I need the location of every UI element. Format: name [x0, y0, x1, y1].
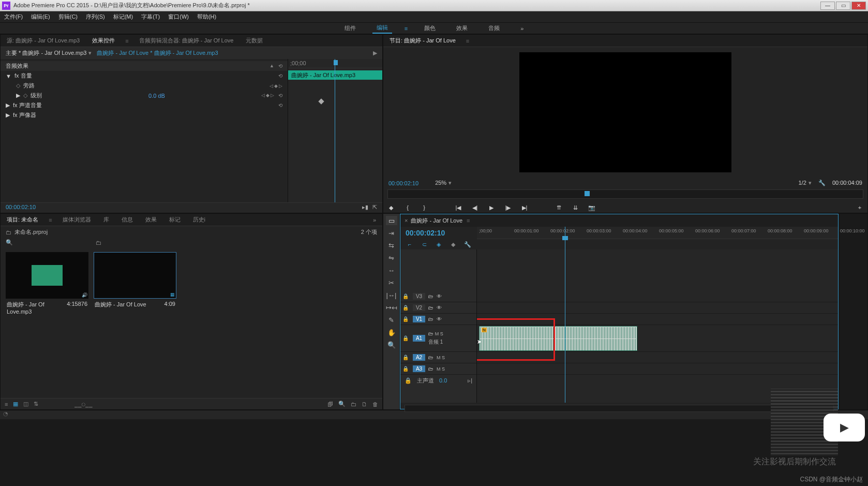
marker-icon[interactable]: ◈: [435, 240, 443, 248]
lock-v3-icon[interactable]: 🔒: [402, 293, 410, 299]
track-content-a3[interactable]: [477, 363, 838, 375]
track-content-a1[interactable]: fx ➤: [477, 325, 838, 352]
eye-v1-icon[interactable]: 👁: [437, 316, 442, 322]
track-a3[interactable]: A3: [413, 365, 425, 372]
ec-scroll-up-icon[interactable]: ▲: [270, 63, 274, 69]
caret-right-panner-icon[interactable]: ▶: [6, 112, 10, 119]
tab-source[interactable]: 源: 曲婉婷 - Jar Of Love.mp3: [5, 36, 82, 46]
hand-tool-icon[interactable]: ✋: [386, 328, 397, 337]
fx-badge-icon[interactable]: fx: [482, 328, 487, 332]
pen-tool-icon[interactable]: ✎: [386, 315, 397, 325]
master-meter-icon[interactable]: ▹|: [468, 377, 472, 384]
trash-icon[interactable]: 🗑: [372, 401, 378, 407]
project-item-sequence[interactable]: ▦ 曲婉婷 - Jar Of Love4:09: [94, 252, 176, 393]
tab-project[interactable]: 项目: 未命名: [5, 215, 40, 225]
ec-footer-icon-1[interactable]: ▸▮: [362, 204, 368, 212]
icon-view-icon[interactable]: ▦: [13, 401, 18, 407]
toggle-v1-icon[interactable]: 🗁: [428, 316, 433, 322]
track-select-tool-icon[interactable]: ⇥: [386, 228, 397, 238]
menu-sequence[interactable]: 序列(S): [86, 13, 105, 21]
kf-add-level-icon[interactable]: ◆: [266, 93, 270, 98]
goto-in-icon[interactable]: |◀: [454, 203, 463, 212]
maximize-button[interactable]: ▭: [836, 2, 850, 10]
menu-marker[interactable]: 标记(M): [113, 13, 133, 21]
ec-sequence-link[interactable]: 曲婉婷 - Jar Of Love * 曲婉婷 - Jar Of Love.mp…: [97, 49, 218, 57]
ec-panner[interactable]: fx 声像器: [13, 111, 36, 119]
kf-prev-icon[interactable]: ◁: [270, 83, 273, 89]
lock-a1-icon[interactable]: 🔒: [402, 335, 410, 341]
track-v1[interactable]: V1: [413, 316, 425, 322]
rolling-edit-tool-icon[interactable]: ⇋: [386, 253, 397, 262]
add-button-icon[interactable]: +: [855, 203, 864, 212]
toggle-a3-icon[interactable]: 🗁: [428, 366, 433, 372]
master-value[interactable]: 0.0: [439, 377, 447, 384]
ws-color[interactable]: 颜色: [420, 23, 440, 33]
eye-v2-icon[interactable]: 👁: [437, 305, 442, 311]
slip-tool-icon[interactable]: |↔|: [386, 290, 397, 300]
tab-effect-controls[interactable]: 效果控件: [90, 36, 117, 46]
ms-a2[interactable]: M S: [437, 355, 445, 360]
timeline-seq-tab[interactable]: 曲婉婷 - Jar Of Love: [411, 217, 462, 225]
menu-help[interactable]: 帮助(H): [197, 13, 216, 21]
ripple-edit-tool-icon[interactable]: ⇆: [386, 241, 397, 250]
menu-edit[interactable]: 编辑(E): [31, 13, 50, 21]
ec-fx-volume[interactable]: fx 音量: [14, 72, 32, 80]
ec-timecode[interactable]: 00:00:02:10: [6, 204, 36, 212]
list-view-icon[interactable]: ≡: [5, 401, 8, 407]
caret-down-icon[interactable]: ▼: [6, 73, 11, 79]
eye-v3-icon[interactable]: 👁: [437, 293, 442, 299]
tab-media-browser[interactable]: 媒体浏览器: [61, 215, 93, 225]
panel-menu-icon[interactable]: ≡: [125, 38, 128, 44]
in-point-icon[interactable]: {: [403, 203, 412, 212]
close-button[interactable]: ✕: [851, 2, 866, 10]
ec-bypass[interactable]: 旁路: [23, 82, 35, 90]
new-item-icon[interactable]: 🗋: [362, 401, 367, 407]
marker-add-icon[interactable]: ◆: [386, 203, 396, 212]
ec-keyframe-diamond[interactable]: [318, 98, 324, 104]
snap-icon[interactable]: ⌐: [406, 240, 414, 248]
ec-mini-timeline[interactable]: ;00;00 曲婉婷 - Jar Of Love.mp3: [288, 59, 382, 202]
lock-a3-icon[interactable]: 🔒: [402, 366, 410, 372]
track-a2[interactable]: A2: [413, 354, 425, 361]
ec-channel-volume[interactable]: fx 声道音量: [13, 101, 42, 109]
step-fwd-icon[interactable]: |▶: [503, 203, 513, 212]
project-panel-menu-icon[interactable]: ≡: [49, 217, 52, 223]
settings-tl-icon[interactable]: ◆: [449, 240, 457, 248]
program-timecode[interactable]: 00:00:02:10: [388, 180, 418, 186]
ms-a1[interactable]: M S: [435, 331, 443, 336]
rate-stretch-tool-icon[interactable]: ↔: [386, 266, 397, 275]
linked-selection-icon[interactable]: ⊂: [420, 240, 428, 248]
track-v3[interactable]: V3: [413, 293, 425, 300]
ec-reset-volume-icon[interactable]: [275, 73, 282, 79]
timeline-timecode[interactable]: 00:00:02:10: [400, 227, 477, 239]
ws-more[interactable]: »: [516, 24, 528, 33]
tab-audio-clip-mixer[interactable]: 音频剪辑混合器: 曲婉婷 - Jar Of Love: [137, 36, 236, 46]
timeline-ruler[interactable]: ;00;00 00:00:01:00 00:00:02:00 00:00:03:…: [477, 227, 838, 239]
tab-info[interactable]: 信息: [119, 215, 135, 225]
stopwatch-level-icon[interactable]: ◇: [23, 92, 27, 99]
ec-reset-channel-icon[interactable]: [275, 102, 282, 108]
menu-file[interactable]: 文件(F): [4, 13, 23, 21]
program-mini-timeline[interactable]: [387, 189, 863, 199]
menu-window[interactable]: 窗口(W): [168, 13, 189, 21]
tab-effects[interactable]: 效果: [143, 215, 159, 225]
find-icon[interactable]: 🔍: [338, 401, 346, 407]
kf-next-icon[interactable]: ▷: [279, 83, 282, 89]
track-content-v2[interactable]: [477, 302, 838, 314]
track-v2[interactable]: V2: [413, 304, 425, 311]
project-item-audio[interactable]: 🔊 曲婉婷 - Jar Of Love.mp34:15876: [6, 252, 88, 393]
lock-a2-icon[interactable]: 🔒: [402, 355, 410, 360]
program-viewer[interactable]: [519, 52, 731, 172]
lock-master-icon[interactable]: 🔒: [405, 377, 412, 384]
new-bin-icon[interactable]: 🗀: [351, 401, 356, 407]
program-panel-menu-icon[interactable]: ≡: [466, 38, 469, 44]
ws-assembly[interactable]: 组件: [340, 23, 360, 33]
caret-right-icon[interactable]: ▶: [16, 92, 20, 99]
lift-icon[interactable]: ⇈: [554, 203, 563, 212]
caret-right-channel-icon[interactable]: ▶: [6, 102, 10, 109]
tab-program[interactable]: 节目: 曲婉婷 - Jar Of Love: [387, 36, 458, 46]
kf-next-level-icon[interactable]: ▷: [271, 93, 274, 98]
ec-reset-icon[interactable]: [275, 63, 282, 69]
kf-prev-level-icon[interactable]: ◁: [261, 93, 265, 98]
seq-close-icon[interactable]: ×: [405, 217, 408, 224]
